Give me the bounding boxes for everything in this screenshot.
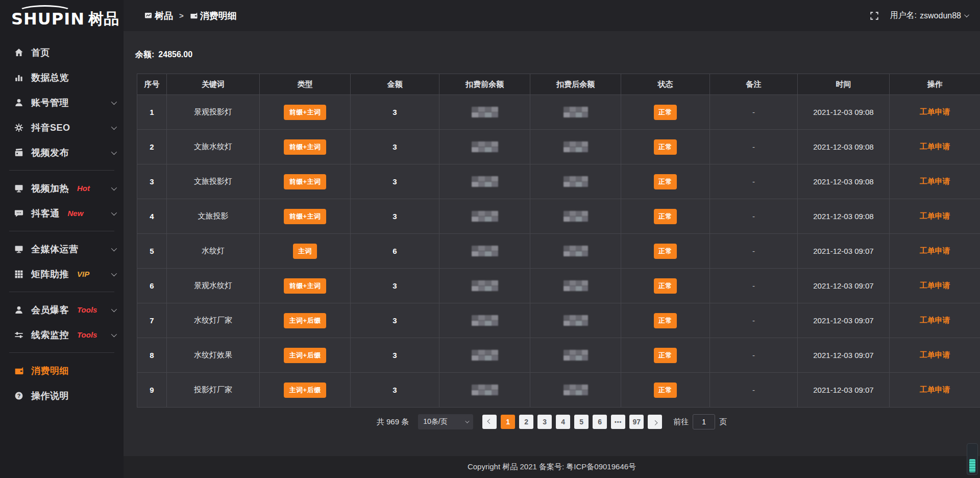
- goto-page-input[interactable]: [693, 414, 715, 429]
- user-icon: [14, 98, 23, 107]
- sidebar-item-11[interactable]: 线索监控Tools: [0, 322, 124, 347]
- sidebar-item-12[interactable]: 消费明细: [0, 358, 124, 383]
- sidebar-item-6[interactable]: 视频加热Hot: [0, 176, 124, 201]
- cell-balance-after: [530, 95, 621, 130]
- scrollbar-thumb[interactable]: [969, 459, 975, 472]
- masked-balance-after: [564, 176, 588, 187]
- status-badge: 正常: [654, 209, 677, 224]
- chevron-down-icon: [964, 12, 969, 17]
- sidebar-item-9[interactable]: 矩阵助推VIP: [0, 261, 124, 286]
- cell-balance-after: [530, 373, 621, 408]
- cell-balance-after: [530, 130, 621, 164]
- username-value: zswodun88: [920, 11, 961, 20]
- column-header: 备注: [710, 74, 798, 95]
- masked-balance-before: [472, 141, 498, 152]
- cell-remark: -: [710, 95, 798, 130]
- fullscreen-icon[interactable]: [870, 11, 879, 20]
- sidebar-item-2[interactable]: 数据总览: [0, 65, 124, 90]
- sidebar-item-3[interactable]: 账号管理: [0, 90, 124, 115]
- page-button-3[interactable]: 3: [537, 415, 552, 429]
- cell-type: 主词+后缀: [260, 303, 351, 338]
- logo-cn-text: 树品: [88, 11, 119, 27]
- work-order-link[interactable]: 工单申请: [920, 177, 950, 185]
- monitor-icon: [14, 245, 23, 254]
- column-header: 扣费前余额: [439, 74, 530, 95]
- cell-status: 正常: [621, 164, 710, 199]
- sidebar-divider: [9, 292, 114, 292]
- cell-type: 前缀+主词: [260, 199, 351, 234]
- cell-keyword: 景观投影灯: [167, 95, 260, 130]
- page-button-2[interactable]: 2: [519, 415, 533, 429]
- work-order-link[interactable]: 工单申请: [920, 246, 950, 255]
- work-order-link[interactable]: 工单申请: [920, 316, 950, 324]
- sidebar-item-7[interactable]: 抖客通New: [0, 201, 124, 226]
- masked-balance-after: [564, 141, 588, 152]
- cell-keyword: 水纹灯: [167, 234, 260, 269]
- cell-balance-before: [439, 234, 530, 269]
- cell-balance-before: [439, 164, 530, 199]
- breadcrumb-home[interactable]: 树品: [144, 10, 173, 22]
- cell-time: 2021-12-03 09:07: [798, 373, 890, 408]
- sidebar-item-label: 抖音SEO: [31, 122, 70, 134]
- column-header: 扣费后余额: [530, 74, 621, 95]
- cell-index: 7: [137, 303, 167, 338]
- work-order-link[interactable]: 工单申请: [920, 350, 950, 359]
- table-row: 4文旅投影前缀+主词3正常-2021-12-03 09:08工单申请: [137, 199, 980, 234]
- type-badge: 前缀+主词: [284, 174, 326, 189]
- page-ellipsis[interactable]: •••: [611, 415, 625, 429]
- sidebar-divider: [9, 352, 114, 353]
- chevron-down-icon: [111, 209, 117, 215]
- work-order-link[interactable]: 工单申请: [920, 107, 950, 116]
- prev-page-button[interactable]: [482, 415, 497, 429]
- cell-remark: -: [710, 338, 798, 373]
- chevron-down-icon: [465, 419, 469, 423]
- cell-balance-after: [530, 269, 621, 303]
- column-header: 时间: [798, 74, 890, 95]
- type-badge: 主词: [293, 244, 317, 259]
- wallet-icon: [14, 366, 23, 375]
- page-button-6[interactable]: 6: [593, 415, 607, 429]
- work-order-link[interactable]: 工单申请: [920, 281, 950, 290]
- cell-index: 6: [137, 269, 167, 303]
- home-icon: [14, 48, 23, 57]
- cell-keyword: 景观水纹灯: [167, 269, 260, 303]
- user-dropdown[interactable]: 用户名: zswodun88: [890, 10, 968, 21]
- sidebar-divider: [9, 170, 114, 171]
- masked-balance-before: [472, 315, 498, 326]
- cell-status: 正常: [621, 303, 710, 338]
- work-order-link[interactable]: 工单申请: [920, 142, 950, 151]
- table-row: 6景观水纹灯前缀+主词3正常-2021-12-03 09:07工单申请: [137, 269, 980, 303]
- work-order-link[interactable]: 工单申请: [920, 385, 950, 394]
- cell-time: 2021-12-03 09:07: [798, 234, 890, 269]
- sidebar-item-10[interactable]: 会员爆客Tools: [0, 297, 124, 322]
- cell-time: 2021-12-03 09:08: [798, 199, 890, 234]
- sidebar-item-tag: VIP: [77, 270, 89, 278]
- work-order-link[interactable]: 工单申请: [920, 211, 950, 220]
- cell-action: 工单申请: [890, 234, 980, 269]
- cell-index: 3: [137, 164, 167, 199]
- cell-amount: 3: [351, 130, 439, 164]
- page-button-97[interactable]: 97: [629, 415, 644, 429]
- next-page-button[interactable]: [648, 415, 662, 429]
- page-button-4[interactable]: 4: [556, 415, 570, 429]
- sidebar-item-1[interactable]: 首页: [0, 40, 124, 65]
- sidebar-item-label: 操作说明: [31, 390, 69, 402]
- cell-balance-after: [530, 338, 621, 373]
- page-button-1[interactable]: 1: [501, 415, 515, 429]
- sidebar-item-5[interactable]: 视频发布: [0, 140, 124, 165]
- question-icon: ?: [14, 391, 23, 400]
- type-badge: 主词+后缀: [284, 348, 326, 363]
- table-header-row: 序号关键词类型金额扣费前余额扣费后余额状态备注时间操作: [137, 74, 980, 95]
- topbar: 树品 > 消费明细 用户名: zswodun88: [124, 0, 980, 31]
- scrollbar-widget[interactable]: [967, 443, 978, 475]
- cell-action: 工单申请: [890, 130, 980, 164]
- sidebar-item-4[interactable]: 抖音SEO: [0, 115, 124, 140]
- sidebar-item-8[interactable]: 全媒体运营: [0, 236, 124, 261]
- page-button-5[interactable]: 5: [574, 415, 589, 429]
- pagination: 共 969 条10条/页123456•••97前往页: [124, 414, 980, 429]
- page-size-select[interactable]: 10条/页: [418, 414, 473, 429]
- sidebar-item-label: 抖客通: [31, 207, 60, 220]
- breadcrumb-current[interactable]: 消费明细: [190, 10, 237, 22]
- balance: 余额:24856.00: [135, 50, 980, 60]
- sidebar-item-13[interactable]: ?操作说明: [0, 383, 124, 408]
